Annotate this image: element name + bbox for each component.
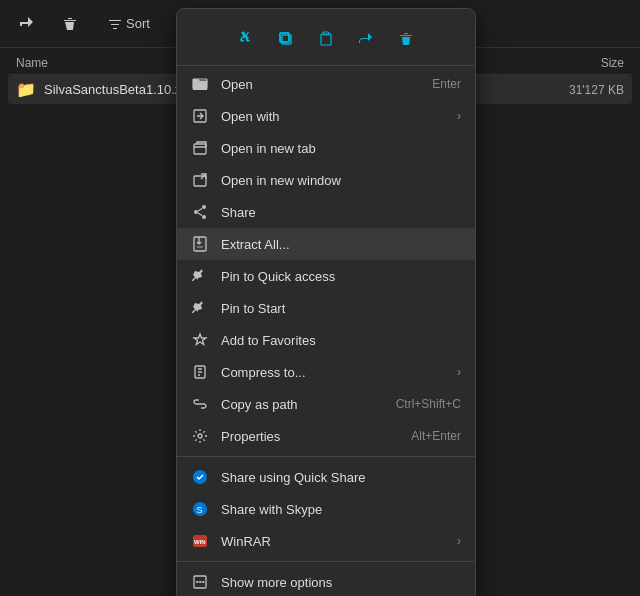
sort-label: Sort: [126, 16, 150, 31]
svg-rect-4: [321, 34, 331, 45]
ctx-items-container: OpenEnterOpen with›Open in new tabOpen i…: [177, 68, 475, 596]
ctx-open-new-tab-label: Open in new tab: [221, 141, 461, 156]
ctx-more-options-label: Show more options: [221, 575, 461, 590]
ctx-open-shortcut: Enter: [432, 77, 461, 91]
ctx-open-new-window-label: Open in new window: [221, 173, 461, 188]
share-toolbar-icon[interactable]: [12, 10, 40, 38]
ctx-winrar-label: WinRAR: [221, 534, 445, 549]
svg-rect-8: [194, 144, 206, 154]
ctx-item-compress[interactable]: Compress to...›: [177, 356, 475, 388]
ctx-properties-shortcut: Alt+Enter: [411, 429, 461, 443]
ctx-item-pin-start[interactable]: Pin to Start: [177, 292, 475, 324]
ctx-item-open[interactable]: OpenEnter: [177, 68, 475, 100]
ctx-item-properties[interactable]: PropertiesAlt+Enter: [177, 420, 475, 452]
ctx-add-favorites-label: Add to Favorites: [221, 333, 461, 348]
ctx-share-skype-label: Share with Skype: [221, 502, 461, 517]
ctx-item-copy-path[interactable]: Copy as pathCtrl+Shift+C: [177, 388, 475, 420]
svg-rect-9: [194, 176, 206, 186]
svg-rect-6: [193, 79, 199, 81]
ctx-item-share-quick[interactable]: Share using Quick Share: [177, 461, 475, 493]
svg-point-12: [202, 215, 206, 219]
ctx-item-more-options[interactable]: Show more options: [177, 566, 475, 596]
ctx-open-icon: [191, 75, 209, 93]
file-folder-icon: 📁: [16, 80, 36, 99]
ctx-item-share-skype[interactable]: SShare with Skype: [177, 493, 475, 525]
file-size: 31'127 KB: [544, 83, 624, 97]
ctx-compress-icon: [191, 363, 209, 381]
ctx-copy-path-icon: [191, 395, 209, 413]
ctx-delete-icon[interactable]: [388, 21, 424, 57]
context-menu: OpenEnterOpen with›Open in new tabOpen i…: [176, 8, 476, 596]
svg-point-15: [198, 434, 202, 438]
ctx-pin-start-icon: [191, 299, 209, 317]
ctx-item-open-new-tab[interactable]: Open in new tab: [177, 132, 475, 164]
ctx-separator: [177, 561, 475, 562]
ctx-share-quick-label: Share using Quick Share: [221, 470, 461, 485]
ctx-separator: [177, 456, 475, 457]
ctx-item-add-favorites[interactable]: Add to Favorites: [177, 324, 475, 356]
ctx-item-extract-all[interactable]: Extract All...: [177, 228, 475, 260]
ctx-compress-label: Compress to...: [221, 365, 445, 380]
ctx-open-with-arrow: ›: [457, 109, 461, 123]
ctx-open-label: Open: [221, 77, 420, 92]
svg-text:S: S: [197, 505, 203, 515]
ctx-share-quick-icon: [191, 468, 209, 486]
ctx-open-new-tab-icon: [191, 139, 209, 157]
col-size-header: Size: [544, 56, 624, 70]
ctx-extract-all-icon: [191, 235, 209, 253]
ctx-copy-path-shortcut: Ctrl+Shift+C: [396, 397, 461, 411]
svg-point-11: [194, 210, 198, 214]
sort-button[interactable]: Sort: [100, 12, 158, 35]
ctx-pin-quick-icon: [191, 267, 209, 285]
delete-toolbar-icon[interactable]: [56, 10, 84, 38]
ctx-copy-icon[interactable]: [268, 21, 304, 57]
ctx-winrar-arrow: ›: [457, 534, 461, 548]
ctx-share-skype-icon: S: [191, 500, 209, 518]
ctx-cut-icon[interactable]: [228, 21, 264, 57]
ctx-share-label: Share: [221, 205, 461, 220]
svg-text:WIN: WIN: [194, 539, 206, 545]
ctx-item-share[interactable]: Share: [177, 196, 475, 228]
ctx-add-favorites-icon: [191, 331, 209, 349]
svg-rect-13: [194, 237, 206, 251]
ctx-item-winrar[interactable]: WINWinRAR›: [177, 525, 475, 557]
ctx-copy-path-label: Copy as path: [221, 397, 384, 412]
ctx-share-icon[interactable]: [348, 21, 384, 57]
ctx-properties-icon: [191, 427, 209, 445]
ctx-item-pin-quick[interactable]: Pin to Quick access: [177, 260, 475, 292]
ctx-more-options-icon: [191, 573, 209, 591]
ctx-paste-icon[interactable]: [308, 21, 344, 57]
ctx-open-new-window-icon: [191, 171, 209, 189]
svg-point-10: [202, 205, 206, 209]
ctx-item-open-with[interactable]: Open with›: [177, 100, 475, 132]
ctx-open-with-icon: [191, 107, 209, 125]
ctx-icon-bar: [177, 15, 475, 66]
ctx-share-icon: [191, 203, 209, 221]
ctx-item-open-new-window[interactable]: Open in new window: [177, 164, 475, 196]
ctx-pin-start-label: Pin to Start: [221, 301, 461, 316]
ctx-extract-all-label: Extract All...: [221, 237, 461, 252]
ctx-compress-arrow: ›: [457, 365, 461, 379]
ctx-open-with-label: Open with: [221, 109, 445, 124]
ctx-pin-quick-label: Pin to Quick access: [221, 269, 461, 284]
ctx-properties-label: Properties: [221, 429, 399, 444]
ctx-winrar-icon: WIN: [191, 532, 209, 550]
